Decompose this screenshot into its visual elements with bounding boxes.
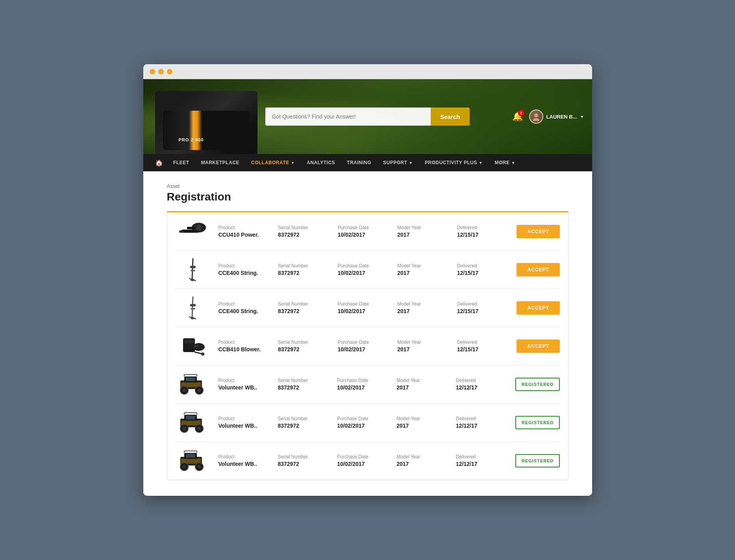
- nav-item-more[interactable]: MORE ▼: [489, 154, 520, 171]
- page-title: Registration: [167, 191, 568, 203]
- notification-bell[interactable]: 🔔 2: [512, 111, 523, 122]
- product-label-7: Product: [218, 454, 270, 460]
- product-value-7: Volunteer WB..: [218, 461, 257, 467]
- serial-value-1: 8372972: [278, 232, 300, 238]
- accept-button-3[interactable]: ACCEPT: [517, 301, 560, 315]
- model-label-7: Model Year: [396, 454, 448, 460]
- model-field-4: Model Year 2017: [397, 339, 449, 353]
- purchase-value-1: 10/02/2017: [338, 232, 365, 238]
- purchase-field-1: Purchase Date 10/02/2017: [338, 225, 390, 238]
- more-dropdown-icon: ▼: [511, 161, 515, 165]
- delivered-value-1: 12/15/17: [457, 232, 479, 238]
- product-image-7: [175, 449, 211, 473]
- purchase-label-5: Purchase Date: [337, 378, 389, 383]
- registered-button-3[interactable]: REGISTERED: [515, 454, 560, 467]
- svg-rect-9: [190, 266, 196, 268]
- serial-value-3: 8372972: [278, 308, 300, 314]
- delivered-field-5: Delivered 12/12/17: [456, 378, 507, 391]
- breadcrumb: Asset: [167, 183, 568, 189]
- purchase-label-4: Purchase Date: [338, 339, 390, 345]
- delivered-value-7: 12/12/17: [456, 461, 478, 467]
- purchase-label-3: Purchase Date: [338, 301, 390, 307]
- search-input[interactable]: [265, 108, 431, 126]
- dot-red: [150, 69, 155, 74]
- registration-table: Product CCU410 Power. Serial Number 8372…: [167, 212, 568, 480]
- model-value-6: 2017: [396, 423, 409, 429]
- hero-section: Search 🔔 2 LAUREN B... ▼: [143, 79, 592, 154]
- nav-item-support[interactable]: SUPPORT ▼: [378, 154, 418, 171]
- accept-button-4[interactable]: ACCEPT: [517, 339, 560, 353]
- user-name: LAUREN B...: [546, 114, 577, 120]
- model-label-2: Model Year: [397, 263, 449, 269]
- nav-item-analytics[interactable]: ANALYTICS: [301, 154, 341, 171]
- nav-bar: 🏠 FLEET MARKETPLACE COLLABORATE ▼ ANALYT…: [143, 154, 592, 171]
- purchase-value-4: 10/02/2017: [338, 346, 365, 352]
- nav-item-collaborate[interactable]: COLLABORATE ▼: [246, 154, 300, 171]
- purchase-field-5: Purchase Date 10/02/2017: [337, 378, 389, 391]
- model-field-2: Model Year 2017: [397, 263, 449, 276]
- product-label-2: Product: [218, 263, 270, 269]
- product-label-6: Product: [218, 416, 270, 421]
- svg-line-12: [192, 297, 193, 318]
- user-dropdown-icon: ▼: [580, 115, 584, 119]
- registered-button-1[interactable]: REGISTERED: [515, 378, 560, 391]
- svg-point-40: [197, 426, 201, 430]
- utv-icon-3: [177, 449, 209, 473]
- svg-rect-52: [186, 454, 195, 458]
- search-button[interactable]: Search: [431, 108, 469, 126]
- trimmer-icon-1: [177, 258, 209, 282]
- blower-backpack-icon: [177, 334, 209, 358]
- delivered-field-2: Delivered 12/15/17: [457, 263, 509, 276]
- delivered-label-5: Delivered: [456, 378, 507, 383]
- svg-rect-22: [184, 339, 194, 343]
- serial-value-2: 8372972: [278, 270, 300, 276]
- delivered-label-4: Delivered: [457, 339, 509, 345]
- productivity-dropdown-icon: ▼: [479, 161, 483, 165]
- nav-item-fleet[interactable]: FLEET: [168, 154, 195, 171]
- svg-point-38: [182, 426, 186, 430]
- table-row: Product CCE400 String. Serial Number 837…: [175, 251, 560, 289]
- notification-badge: 2: [518, 110, 524, 116]
- accept-button-2[interactable]: ACCEPT: [517, 263, 560, 276]
- purchase-field-6: Purchase Date 10/02/2017: [337, 416, 389, 429]
- delivered-value-5: 12/12/17: [456, 384, 478, 391]
- svg-point-27: [182, 388, 186, 392]
- serial-field-6: Serial Number 8372972: [278, 416, 329, 429]
- model-field-1: Model Year 2017: [397, 225, 449, 238]
- delivered-label-2: Delivered: [457, 263, 509, 269]
- delivered-field-6: Delivered 12/12/17: [456, 416, 507, 429]
- svg-rect-41: [186, 415, 195, 419]
- serial-label-3: Serial Number: [278, 301, 330, 307]
- model-field-5: Model Year 2017: [396, 378, 448, 391]
- accept-button-1[interactable]: ACCEPT: [517, 225, 560, 238]
- product-image-6: [175, 411, 211, 434]
- product-value-6: Volunteer WB..: [218, 423, 257, 429]
- svg-point-29: [197, 388, 201, 392]
- trimmer-icon-2: [177, 296, 209, 320]
- product-value-5: Volunteer WB..: [218, 384, 257, 391]
- product-field-5: Product Volunteer WB..: [218, 378, 270, 391]
- product-value-4: CCB410 Blower.: [218, 346, 261, 352]
- model-label-6: Model Year: [396, 416, 448, 421]
- serial-label-5: Serial Number: [278, 378, 329, 383]
- user-avatar-area[interactable]: LAUREN B... ▼: [529, 109, 584, 124]
- product-label-1: Product: [218, 225, 270, 230]
- product-value-1: CCU410 Power.: [218, 232, 259, 238]
- svg-rect-10: [191, 270, 195, 271]
- main-content: Asset Registration Product CCU410 Po: [143, 171, 592, 496]
- nav-item-home[interactable]: 🏠: [151, 154, 167, 171]
- delivered-value-6: 12/12/17: [456, 423, 478, 429]
- utv-icon-2: [177, 411, 209, 434]
- nav-item-marketplace[interactable]: MARKETPLACE: [196, 154, 245, 171]
- delivered-value-2: 12/15/17: [457, 270, 479, 276]
- registered-button-2[interactable]: REGISTERED: [515, 416, 560, 429]
- purchase-value-5: 10/02/2017: [337, 384, 365, 391]
- nav-item-training[interactable]: TRAINING: [341, 154, 377, 171]
- svg-rect-5: [187, 227, 195, 229]
- delivered-value-3: 12/15/17: [457, 308, 479, 314]
- nav-item-productivity[interactable]: PRODUCTIVITY PLUS ▼: [419, 154, 488, 171]
- product-value-2: CCE400 String.: [218, 270, 258, 276]
- svg-rect-14: [190, 304, 196, 306]
- product-image-5: [175, 373, 211, 396]
- purchase-value-3: 10/02/2017: [338, 308, 365, 314]
